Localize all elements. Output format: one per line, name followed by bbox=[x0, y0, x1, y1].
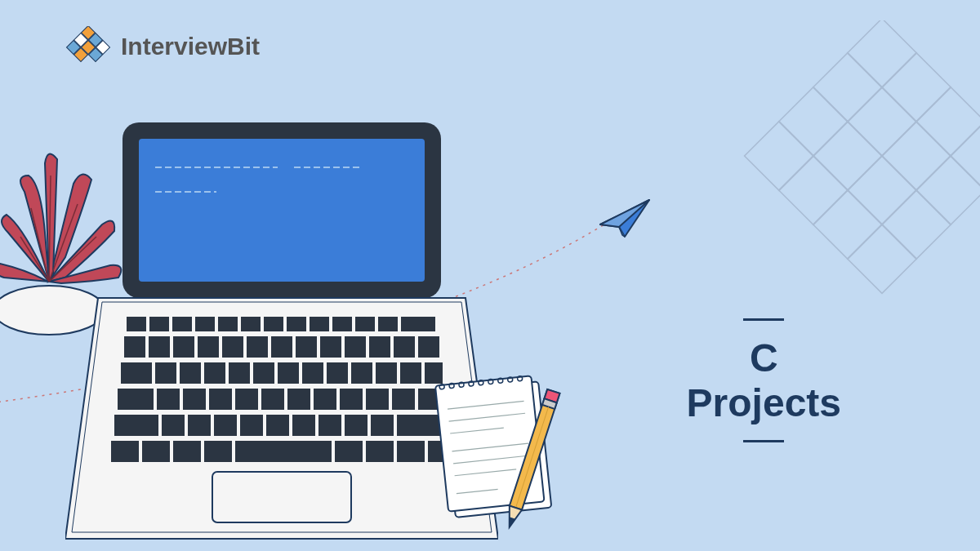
svg-rect-81 bbox=[114, 415, 158, 436]
svg-rect-5 bbox=[916, 87, 980, 157]
svg-rect-14 bbox=[882, 190, 951, 260]
svg-rect-87 bbox=[292, 415, 315, 436]
svg-rect-0 bbox=[848, 20, 917, 87]
svg-rect-2 bbox=[882, 53, 951, 122]
svg-rect-62 bbox=[278, 362, 299, 384]
svg-rect-59 bbox=[204, 362, 225, 384]
title-accent-top bbox=[743, 318, 784, 321]
svg-rect-54 bbox=[394, 336, 415, 358]
svg-rect-57 bbox=[155, 362, 176, 384]
svg-rect-7 bbox=[813, 122, 883, 191]
svg-rect-97 bbox=[335, 441, 363, 462]
brand-logo: InterviewBit bbox=[65, 26, 260, 67]
svg-rect-76 bbox=[314, 389, 336, 410]
svg-rect-95 bbox=[204, 441, 232, 462]
svg-rect-13 bbox=[813, 190, 883, 260]
svg-rect-83 bbox=[188, 415, 211, 436]
diamond-grid-icon bbox=[743, 20, 980, 301]
svg-rect-63 bbox=[302, 362, 323, 384]
svg-rect-52 bbox=[345, 336, 366, 358]
svg-rect-49 bbox=[271, 336, 292, 358]
svg-rect-55 bbox=[418, 336, 439, 358]
svg-rect-75 bbox=[287, 389, 310, 410]
svg-rect-79 bbox=[392, 389, 415, 410]
svg-rect-11 bbox=[848, 156, 917, 225]
svg-rect-39 bbox=[332, 317, 352, 331]
svg-rect-10 bbox=[779, 156, 849, 225]
svg-rect-74 bbox=[261, 389, 284, 410]
svg-rect-47 bbox=[222, 336, 243, 358]
svg-rect-15 bbox=[848, 224, 917, 294]
logo-diamonds-icon bbox=[65, 26, 111, 67]
paper-plane-icon bbox=[596, 196, 653, 244]
svg-rect-44 bbox=[149, 336, 170, 358]
svg-rect-67 bbox=[400, 362, 421, 384]
svg-rect-1 bbox=[813, 53, 883, 122]
svg-rect-4 bbox=[848, 87, 917, 157]
svg-rect-60 bbox=[229, 362, 250, 384]
svg-rect-48 bbox=[247, 336, 268, 358]
svg-rect-12 bbox=[916, 156, 980, 225]
svg-rect-73 bbox=[235, 389, 258, 410]
svg-rect-71 bbox=[183, 389, 206, 410]
svg-rect-8 bbox=[882, 122, 951, 191]
svg-rect-58 bbox=[180, 362, 201, 384]
svg-rect-65 bbox=[351, 362, 372, 384]
svg-rect-38 bbox=[310, 317, 329, 331]
svg-rect-86 bbox=[266, 415, 289, 436]
svg-rect-35 bbox=[241, 317, 261, 331]
svg-rect-53 bbox=[369, 336, 390, 358]
svg-rect-6 bbox=[745, 122, 814, 191]
title-text: C Projects bbox=[687, 335, 841, 425]
svg-rect-36 bbox=[264, 317, 283, 331]
svg-rect-37 bbox=[287, 317, 306, 331]
svg-rect-66 bbox=[376, 362, 397, 384]
svg-rect-77 bbox=[340, 389, 363, 410]
brand-name: InterviewBit bbox=[121, 33, 260, 60]
svg-rect-93 bbox=[142, 441, 170, 462]
svg-rect-33 bbox=[195, 317, 215, 331]
svg-rect-41 bbox=[378, 317, 398, 331]
svg-rect-46 bbox=[198, 336, 219, 358]
svg-rect-94 bbox=[173, 441, 201, 462]
svg-rect-42 bbox=[401, 317, 435, 331]
svg-rect-99 bbox=[397, 441, 425, 462]
svg-rect-51 bbox=[320, 336, 341, 358]
svg-rect-50 bbox=[296, 336, 317, 358]
svg-rect-92 bbox=[111, 441, 139, 462]
svg-rect-64 bbox=[327, 362, 348, 384]
svg-rect-56 bbox=[121, 362, 152, 384]
title-accent-bottom bbox=[743, 440, 784, 442]
svg-rect-90 bbox=[371, 415, 394, 436]
svg-rect-82 bbox=[162, 415, 185, 436]
svg-rect-40 bbox=[355, 317, 375, 331]
svg-rect-98 bbox=[366, 441, 394, 462]
svg-rect-70 bbox=[157, 389, 180, 410]
svg-rect-30 bbox=[127, 317, 146, 331]
svg-rect-34 bbox=[218, 317, 238, 331]
svg-rect-43 bbox=[124, 336, 145, 358]
svg-rect-26 bbox=[139, 139, 425, 282]
svg-rect-96 bbox=[235, 441, 332, 462]
svg-rect-69 bbox=[118, 389, 154, 410]
svg-rect-3 bbox=[779, 87, 849, 157]
notepad-icon bbox=[425, 371, 572, 551]
svg-rect-31 bbox=[149, 317, 169, 331]
svg-rect-88 bbox=[318, 415, 341, 436]
svg-rect-61 bbox=[253, 362, 274, 384]
page-title: C Projects bbox=[687, 318, 841, 442]
svg-rect-89 bbox=[345, 415, 368, 436]
svg-rect-45 bbox=[173, 336, 194, 358]
svg-rect-78 bbox=[366, 389, 389, 410]
svg-rect-85 bbox=[240, 415, 263, 436]
svg-rect-84 bbox=[214, 415, 237, 436]
svg-rect-72 bbox=[209, 389, 232, 410]
svg-rect-32 bbox=[172, 317, 192, 331]
